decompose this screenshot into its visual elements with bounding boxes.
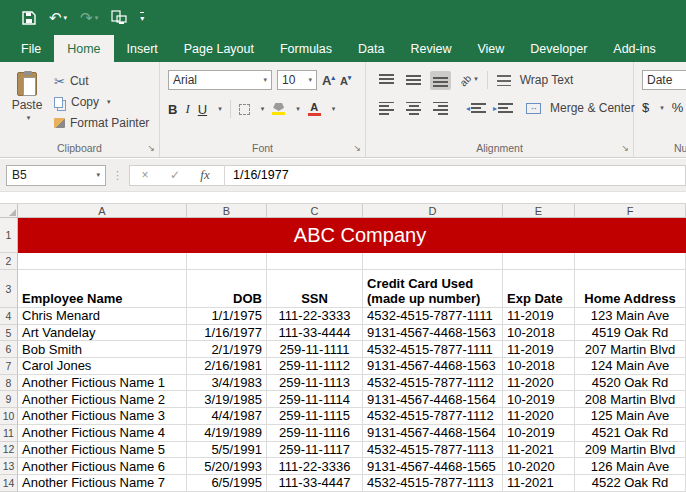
column-header-D[interactable]: D: [363, 204, 503, 218]
cell-D9[interactable]: 9131-4567-4468-1564: [363, 391, 503, 408]
cell-C11[interactable]: 259-11-1116: [267, 425, 363, 442]
cell-F4[interactable]: 123 Main Ave: [575, 308, 686, 325]
customize-qat-icon[interactable]: ▾: [140, 12, 144, 23]
increase-font-size-button[interactable]: A▴: [322, 73, 335, 88]
paste-dropdown-icon[interactable]: ▾: [27, 114, 31, 122]
row-header-5[interactable]: 5: [0, 325, 18, 342]
row-header-7[interactable]: 7: [0, 358, 18, 375]
cell-C3[interactable]: SSN: [267, 270, 363, 308]
cell-B12[interactable]: 5/5/1991: [187, 442, 267, 459]
cell-F11[interactable]: 4521 Oak Rd: [575, 425, 686, 442]
cell-D13[interactable]: 9131-4567-4468-1565: [363, 458, 503, 475]
cell-B10[interactable]: 4/4/1987: [187, 408, 267, 425]
column-header-A[interactable]: A: [18, 204, 187, 218]
merge-center-label[interactable]: Merge & Center: [550, 101, 635, 115]
row-header-12[interactable]: 12: [0, 442, 18, 459]
wrap-text-button[interactable]: [494, 72, 514, 89]
undo-dropdown-icon[interactable]: ▾: [64, 14, 68, 21]
cell-C5[interactable]: 111-33-4444: [267, 325, 363, 342]
name-box-dropdown-icon[interactable]: ▾: [96, 171, 100, 179]
tab-formulas[interactable]: Formulas: [267, 35, 345, 62]
row-header-14[interactable]: 14: [0, 475, 18, 492]
align-left-button[interactable]: [376, 99, 397, 118]
font-dialog-launcher-icon[interactable]: ↘: [353, 144, 361, 153]
cell-C7[interactable]: 259-11-1112: [267, 358, 363, 375]
cell-A14[interactable]: Another Fictious Name 7: [18, 475, 187, 492]
cell-E2[interactable]: [503, 253, 575, 270]
cell-C10[interactable]: 259-11-1115: [267, 408, 363, 425]
tab-review[interactable]: Review: [397, 35, 464, 62]
cell-C6[interactable]: 259-11-1111: [267, 341, 363, 358]
cell-F5[interactable]: 4519 Oak Rd: [575, 325, 686, 342]
cell-B8[interactable]: 3/4/1983: [187, 375, 267, 392]
cell-B13[interactable]: 5/20/1993: [187, 458, 267, 475]
copy-dropdown-icon[interactable]: ▾: [107, 98, 111, 106]
cell-F14[interactable]: 4522 Oak Rd: [575, 475, 686, 492]
row-header-9[interactable]: 9: [0, 391, 18, 408]
middle-align-button[interactable]: [403, 71, 424, 90]
decrease-indent-button[interactable]: ◂: [463, 99, 484, 118]
cell-E12[interactable]: 11-2021: [503, 442, 575, 459]
row-header-4[interactable]: 4: [0, 308, 18, 325]
clipboard-dialog-launcher-icon[interactable]: ↘: [147, 144, 155, 153]
cell-B11[interactable]: 4/19/1989: [187, 425, 267, 442]
cell-E5[interactable]: 10-2018: [503, 325, 575, 342]
cell-E4[interactable]: 11-2019: [503, 308, 575, 325]
cell-F13[interactable]: 126 Main Ave: [575, 458, 686, 475]
fill-color-dropdown-icon[interactable]: ▾: [296, 105, 300, 113]
format-painter-button[interactable]: Format Painter: [54, 114, 149, 132]
row-header-11[interactable]: 11: [0, 425, 18, 442]
title-banner-cell[interactable]: ABC Company: [18, 218, 686, 253]
save-icon[interactable]: [22, 11, 36, 25]
cell-B6[interactable]: 2/1/1979: [187, 341, 267, 358]
paste-button[interactable]: Paste ▾: [6, 70, 48, 139]
cut-button[interactable]: ✂Cut: [54, 72, 149, 90]
cell-A2[interactable]: [18, 253, 187, 270]
cell-D4[interactable]: 4532-4515-7877-1111: [363, 308, 503, 325]
wrap-text-label[interactable]: Wrap Text: [520, 73, 574, 87]
cell-D8[interactable]: 4532-4515-7877-1112: [363, 375, 503, 392]
decrease-font-size-button[interactable]: A▾: [340, 74, 351, 87]
cell-A9[interactable]: Another Fictious Name 2: [18, 391, 187, 408]
cell-B7[interactable]: 2/16/1981: [187, 358, 267, 375]
cell-C2[interactable]: [267, 253, 363, 270]
cell-D3[interactable]: Credit Card Used (made up number): [363, 270, 503, 308]
cancel-button[interactable]: ×: [130, 168, 160, 182]
accounting-format-button[interactable]: $: [642, 100, 649, 115]
cell-E10[interactable]: 11-2020: [503, 408, 575, 425]
cell-F6[interactable]: 207 Martin Blvd: [575, 341, 686, 358]
alignment-dialog-launcher-icon[interactable]: ↘: [621, 144, 629, 153]
cell-B14[interactable]: 6/5/1995: [187, 475, 267, 492]
cell-A7[interactable]: Carol Jones: [18, 358, 187, 375]
bold-button[interactable]: B: [168, 102, 177, 117]
cell-A5[interactable]: Art Vandelay: [18, 325, 187, 342]
cell-A4[interactable]: Chris Menard: [18, 308, 187, 325]
cell-F7[interactable]: 124 Main Ave: [575, 358, 686, 375]
cell-E7[interactable]: 10-2018: [503, 358, 575, 375]
column-header-B[interactable]: B: [187, 204, 267, 218]
cell-E6[interactable]: 11-2019: [503, 341, 575, 358]
italic-button[interactable]: I: [185, 101, 189, 117]
tab-home[interactable]: Home: [54, 35, 113, 62]
percent-style-button[interactable]: %: [672, 100, 684, 115]
tab-view[interactable]: View: [464, 35, 517, 62]
name-box[interactable]: B5 ▾: [6, 165, 106, 186]
fill-color-button[interactable]: [272, 103, 285, 115]
align-right-button[interactable]: [430, 99, 451, 118]
formula-input-area[interactable]: × ✓ fx 1/16/1977: [129, 165, 686, 186]
enter-button[interactable]: ✓: [160, 168, 190, 182]
cell-A11[interactable]: Another Fictious Name 4: [18, 425, 187, 442]
font-color-dropdown-icon[interactable]: ▾: [332, 105, 336, 113]
cell-F9[interactable]: 208 Martin Blvd: [575, 391, 686, 408]
select-all-button[interactable]: [0, 204, 18, 218]
row-header-3[interactable]: 3: [0, 270, 18, 308]
cell-D5[interactable]: 9131-4567-4468-1563: [363, 325, 503, 342]
orientation-dropdown-icon[interactable]: ▾: [474, 75, 478, 86]
number-format-combo[interactable]: Date: [642, 70, 686, 90]
cell-F10[interactable]: 125 Main Ave: [575, 408, 686, 425]
undo-button[interactable]: ↶▾: [49, 10, 67, 25]
tab-add-ins[interactable]: Add-ins: [600, 35, 668, 62]
cell-C8[interactable]: 259-11-1113: [267, 375, 363, 392]
orientation-button[interactable]: ab▾: [457, 72, 481, 89]
cell-A12[interactable]: Another Fictious Name 5: [18, 442, 187, 459]
